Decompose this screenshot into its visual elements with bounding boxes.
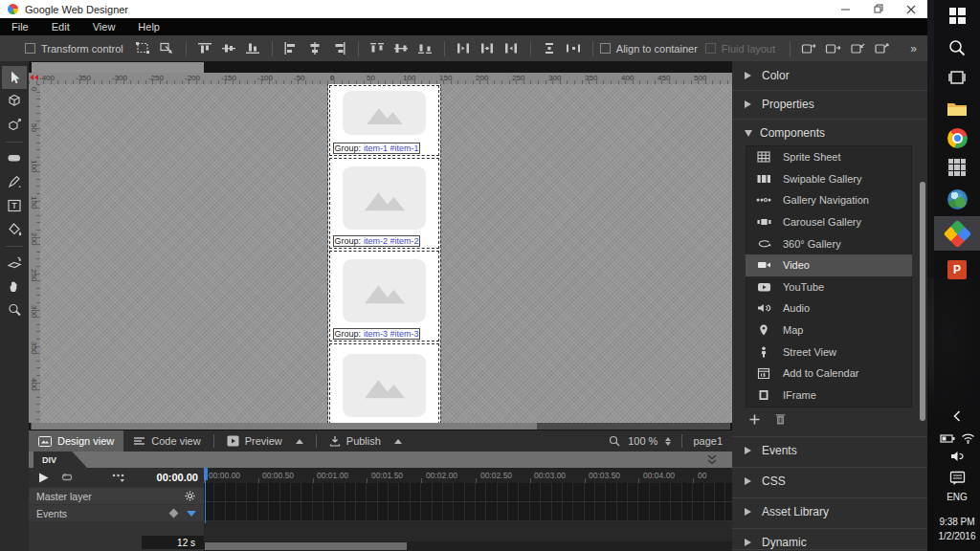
transform-control-checkbox[interactable]: [25, 43, 35, 54]
enter-group-icon[interactable]: [845, 40, 869, 57]
section-components[interactable]: Components: [732, 121, 927, 145]
scrollbar-thumb[interactable]: [32, 423, 537, 430]
preview-dropdown-caret[interactable]: [296, 439, 303, 444]
stage-viewport[interactable]: Group: item-1 #item-1 Group: item-2 #ite…: [40, 84, 732, 423]
component-swipable-gallery[interactable]: Swipable Gallery: [746, 168, 911, 190]
section-color[interactable]: Color: [732, 63, 927, 88]
menu-file[interactable]: File: [0, 18, 40, 35]
keyframe-diamond-icon[interactable]: [169, 509, 179, 518]
component-sprite-sheet[interactable]: Sprite Sheet: [746, 146, 911, 168]
distribute-top-icon[interactable]: [366, 40, 390, 57]
publish-button[interactable]: Publish: [320, 430, 412, 452]
align-bottom-icon[interactable]: [241, 40, 265, 57]
add-component-button[interactable]: [749, 414, 760, 425]
hand-tool[interactable]: [2, 275, 27, 298]
collapse-timeline-icon[interactable]: [706, 453, 718, 466]
section-css[interactable]: CSS: [732, 469, 927, 494]
distribute-horizontal-center-icon[interactable]: [476, 40, 500, 57]
space-horizontally-icon[interactable]: [562, 40, 586, 57]
group-label[interactable]: Group: item-2 #item-2: [333, 235, 420, 247]
canvas-horizontal-scrollbar[interactable]: [31, 423, 730, 430]
component-audio[interactable]: Audio: [746, 298, 911, 320]
group-label[interactable]: Group: item-1 #item-1: [333, 143, 420, 154]
text-tool[interactable]: [2, 194, 27, 217]
timeline-scrollbar[interactable]: [204, 541, 732, 551]
distribute-right-icon[interactable]: [500, 40, 523, 57]
scale-transform-icon[interactable]: [155, 40, 179, 57]
group-item-3[interactable]: Group: item-3 #item-3: [329, 251, 439, 342]
group-icon[interactable]: [797, 40, 821, 57]
group-item-2[interactable]: Group: item-2 #item-2: [329, 158, 439, 249]
track-events[interactable]: [204, 502, 732, 521]
show-hidden-icons-chevron[interactable]: [934, 409, 980, 423]
file-explorer-icon[interactable]: [934, 96, 980, 122]
tray-battery-wifi[interactable]: [934, 432, 980, 444]
playhead[interactable]: [204, 468, 208, 480]
panel-scrollbar[interactable]: [920, 182, 925, 421]
restore-button[interactable]: [862, 0, 895, 18]
page-name[interactable]: page1: [693, 435, 723, 447]
align-to-container-checkbox[interactable]: [600, 43, 611, 54]
component-gallery-navigation[interactable]: Gallery Navigation: [746, 189, 911, 211]
google-earth-icon[interactable]: [934, 186, 980, 212]
tag-tool[interactable]: [2, 146, 27, 169]
component-carousel-gallery[interactable]: Carousel Gallery: [746, 211, 911, 233]
minimize-button[interactable]: [830, 0, 862, 18]
zoom-stepper[interactable]: [665, 437, 671, 446]
align-horizontal-center-icon[interactable]: [303, 40, 327, 57]
paint-bucket-tool[interactable]: [2, 218, 27, 241]
exit-group-icon[interactable]: [869, 40, 893, 57]
distribute-bottom-icon[interactable]: [413, 40, 437, 57]
event-dropdown-icon[interactable]: [187, 511, 196, 517]
layer-events[interactable]: Events: [29, 505, 204, 521]
clock-date[interactable]: 1/2/2016: [934, 531, 980, 541]
banner-content[interactable]: Group: item-1 #item-1 Group: item-2 #ite…: [328, 84, 440, 423]
track-master-layer[interactable]: [204, 483, 732, 502]
align-top-icon[interactable]: [193, 40, 217, 57]
pen-tool[interactable]: [2, 170, 27, 193]
timeline-collapse-bar[interactable]: DIV: [29, 452, 732, 468]
google-web-designer-icon[interactable]: [934, 216, 980, 251]
action-center-icon[interactable]: [934, 471, 980, 486]
toolbar-overflow[interactable]: »: [910, 42, 916, 55]
component-add-to-calendar[interactable]: Add to Calendar: [746, 363, 911, 385]
component-video[interactable]: Video: [746, 254, 912, 276]
keyframe-options-button[interactable]: [111, 472, 126, 484]
menu-edit[interactable]: Edit: [40, 18, 81, 35]
battery-icon[interactable]: [940, 432, 956, 444]
preview-button[interactable]: Preview: [217, 430, 313, 452]
document-tab[interactable]: [32, 62, 204, 73]
component-youtube[interactable]: YouTube: [746, 276, 911, 298]
distribute-vertical-center-icon[interactable]: [390, 40, 413, 57]
ungroup-icon[interactable]: [821, 40, 845, 57]
group-item-4[interactable]: [329, 343, 439, 423]
group-label[interactable]: Group: item-3 #item-3: [333, 328, 420, 340]
loop-button[interactable]: [59, 472, 75, 483]
gear-icon[interactable]: [184, 490, 196, 502]
component-iframe[interactable]: IFrame: [746, 385, 911, 407]
free-transform-icon[interactable]: [131, 40, 155, 57]
menu-view[interactable]: View: [81, 18, 127, 35]
component-street-view[interactable]: Street View: [746, 341, 911, 363]
publish-dropdown-caret[interactable]: [394, 439, 402, 444]
3d-stage-rotate-tool[interactable]: [2, 251, 27, 274]
zoom-tool[interactable]: [2, 298, 27, 321]
volume-icon[interactable]: [934, 450, 980, 463]
scrollbar-thumb[interactable]: [205, 542, 407, 550]
layer-master[interactable]: Master layer: [29, 488, 204, 504]
component-360-gallery[interactable]: 360° Gallery: [746, 232, 911, 254]
chrome-icon[interactable]: [934, 124, 980, 151]
distribute-left-icon[interactable]: [452, 40, 476, 57]
space-vertically-icon[interactable]: [538, 40, 562, 57]
powerpoint-icon[interactable]: P: [934, 256, 980, 283]
start-button[interactable]: [934, 8, 980, 24]
timeline-scope-tab[interactable]: DIV: [33, 452, 87, 468]
3d-object-translate-tool[interactable]: [2, 114, 27, 137]
section-dynamic[interactable]: Dynamic: [732, 530, 927, 551]
taskbar-search-icon[interactable]: [934, 38, 980, 57]
section-events[interactable]: Events: [732, 438, 927, 463]
design-view-button[interactable]: Design view: [29, 430, 123, 452]
timeline-ruler[interactable]: 00:00.00 00:00.50 00:01.00 00:01.50 00:0…: [204, 468, 732, 483]
align-right-icon[interactable]: [327, 40, 351, 57]
align-left-icon[interactable]: [279, 40, 303, 57]
